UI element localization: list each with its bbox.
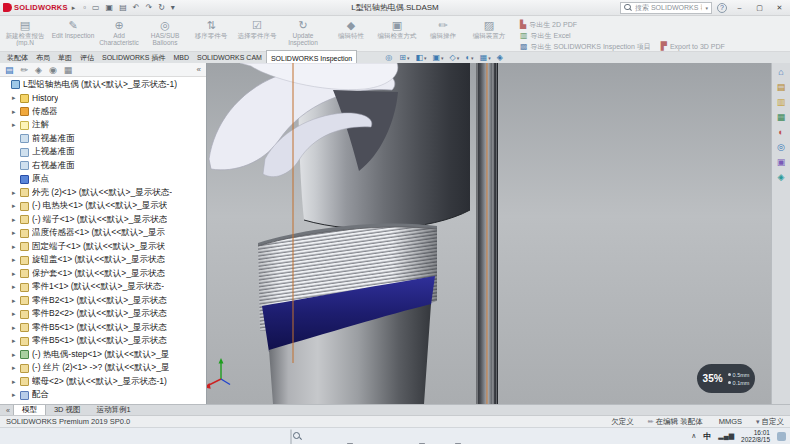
tab-sketch[interactable]: 草图 <box>54 52 76 63</box>
expand-arrow-icon[interactable]: ▸ <box>12 324 20 332</box>
feature-tree-item[interactable]: ▸ 零件1<1> (默认<<默认>_显示状态- <box>0 281 206 295</box>
tab-solidworks-inspection[interactable]: SOLIDWORKS Inspection <box>266 50 357 63</box>
network-volume-icon[interactable]: ▂▄▆ <box>718 432 734 440</box>
new-file-icon[interactable]: ▫ <box>83 3 86 12</box>
solidworks-resources-icon[interactable]: ⌂ <box>778 67 783 77</box>
expand-arrow-icon[interactable]: ▸ <box>12 216 20 224</box>
feature-tree-item[interactable]: ▸ 零件B5<1> (默认<<默认>_显示状态 <box>0 321 206 335</box>
expand-arrow-icon[interactable]: ▸ <box>12 121 20 129</box>
scenes-icon[interactable]: ◎ <box>777 142 785 152</box>
save-icon[interactable]: ▣ <box>106 3 114 12</box>
expand-arrow-icon[interactable]: ▸ <box>12 256 20 264</box>
display-style-icon[interactable]: ◇ ▾ <box>450 53 460 62</box>
close-button[interactable]: ✕ <box>772 1 787 14</box>
ime-indicator[interactable]: 中 <box>703 431 711 442</box>
tab-solidworks-cam[interactable]: SOLIDWORKS CAM <box>193 52 266 63</box>
tab-layout[interactable]: 布局 <box>32 52 54 63</box>
mail-button[interactable] <box>398 430 410 442</box>
displaymanager-tab-icon[interactable]: ▦ <box>64 65 73 75</box>
solidworks-button[interactable] <box>416 430 428 442</box>
tab-solidworks-addins[interactable]: SOLIDWORKS 插件 <box>98 52 169 63</box>
feature-tree-item[interactable]: ▸ (-) 丝片 (2)<1> ->? (默认<<默认>_显 <box>0 362 206 376</box>
file-explorer-button[interactable] <box>344 430 356 442</box>
select-balloons-button[interactable]: ☑ 选择零件序号 <box>234 17 280 50</box>
graphics-viewport[interactable]: 35% 0.5mm 0.1mm <box>207 63 771 404</box>
feature-tree-item[interactable]: ▸ 外壳 (2)<1> (默认<<默认>_显示状态- <box>0 186 206 200</box>
feature-tree-item[interactable]: 前视基准面 <box>0 132 206 146</box>
edit-inspection-button[interactable]: ✎ Edit Inspection <box>50 17 96 50</box>
feature-tree-item[interactable]: ▸ 零件B5<1> (默认<<默认>_显示状态 <box>0 335 206 349</box>
search-input[interactable]: 搜索 SOLIDWORKS 帮助 ▾ <box>620 2 712 14</box>
propertymanager-tab-icon[interactable]: ✏ <box>21 65 29 75</box>
minimize-button[interactable]: – <box>732 1 747 14</box>
redo-icon[interactable]: ↷ <box>145 3 152 12</box>
expand-arrow-icon[interactable]: ▸ <box>12 378 20 386</box>
search-button[interactable] <box>290 430 302 442</box>
edit-appearance-icon[interactable]: ▦ ▾ <box>480 53 491 62</box>
print-icon[interactable]: ▤ <box>119 3 127 12</box>
maximize-button[interactable]: ▢ <box>752 1 767 14</box>
status-custom[interactable]: ▾ 自定义 <box>756 417 784 427</box>
export-2d-pdf-button[interactable]: ▙ 导出生 2D PDF <box>520 19 651 30</box>
feature-tree-item[interactable]: 右视基准面 <box>0 159 206 173</box>
tab-motion-study[interactable]: 运动算例1 <box>89 405 139 415</box>
featuremanager-tab-icon[interactable]: ▤ <box>5 65 14 75</box>
app-pink-button[interactable] <box>506 430 518 442</box>
expand-arrow-icon[interactable]: ▸ <box>12 391 20 399</box>
expand-arrow-icon[interactable]: ▸ <box>12 243 20 251</box>
collapse-panel-icon[interactable]: « <box>197 65 201 74</box>
rebuild-icon[interactable]: ↻ <box>158 3 165 12</box>
edit-characteristics-button[interactable]: ◆ 编辑特性 <box>328 17 374 50</box>
file-explorer-icon[interactable]: ▥ <box>777 97 786 107</box>
expand-arrow-icon[interactable]: ▸ <box>12 310 20 318</box>
feature-tree-item[interactable]: ▸ 固定端子<1> (默认<<默认>_显示状 <box>0 240 206 254</box>
expand-arrow-icon[interactable]: ▸ <box>12 283 20 291</box>
feature-tree-item[interactable]: ▸ 零件B2<1> (默认<<默认>_显示状态 <box>0 294 206 308</box>
hidden-icons-chevron[interactable]: ∧ <box>691 432 696 440</box>
status-units[interactable]: MMGS <box>717 417 742 426</box>
feature-tree-item[interactable]: L型铝轴热电偶 (默认<默认>_显示状态-1) <box>0 78 206 92</box>
feature-tree-item[interactable]: ▸ (-) 热电偶-step<1> (默认<<默认>_显 <box>0 348 206 362</box>
tab-scroll-left-icon[interactable]: « <box>3 405 13 415</box>
menu-expand-icon[interactable]: ▸ <box>72 4 76 12</box>
zoom-fit-icon[interactable]: ◎ <box>385 53 393 62</box>
expand-arrow-icon[interactable]: ▸ <box>12 189 20 197</box>
tab-model[interactable]: 模型 <box>13 405 46 415</box>
section-view-icon[interactable]: ◧ ▾ <box>415 53 426 62</box>
solidworks-logo[interactable]: SOLIDWORKS <box>3 3 68 12</box>
expand-arrow-icon[interactable]: ▸ <box>12 202 20 210</box>
edit-gauges-button[interactable]: ▨ 编辑装置方 <box>466 17 512 50</box>
dimxpertmanager-tab-icon[interactable]: ◉ <box>49 65 57 75</box>
view-orientation-icon[interactable]: ▣ ▾ <box>433 53 444 62</box>
task-view-button[interactable] <box>308 430 320 442</box>
configurationmanager-tab-icon[interactable]: ◈ <box>35 65 42 75</box>
expand-arrow-icon[interactable]: ▸ <box>12 94 20 102</box>
update-inspection-project-button[interactable]: ↻ Update Inspection Project <box>280 17 326 50</box>
feature-tree-item[interactable]: ▸ 旋钮盖<1> (默认<<默认>_显示状态 <box>0 254 206 268</box>
status-underdefined[interactable]: 欠定义 <box>609 417 634 427</box>
expand-arrow-icon[interactable]: ▸ <box>12 364 20 372</box>
3d-model-canvas[interactable] <box>207 63 771 404</box>
design-library-icon[interactable]: ▤ <box>777 82 786 92</box>
expand-arrow-icon[interactable]: ▸ <box>12 270 20 278</box>
search-caret-icon[interactable]: ▾ <box>705 5 708 11</box>
hide-show-items-icon[interactable]: ◐ ▾ <box>465 53 473 62</box>
undo-icon[interactable]: ↶ <box>133 3 140 12</box>
add-characteristic-button[interactable]: ⊕ Add Characteristic <box>96 17 142 50</box>
open-file-icon[interactable]: ▭ <box>92 3 100 12</box>
feature-tree-item[interactable]: 上视基准面 <box>0 146 206 160</box>
export-excel-button[interactable]: ▥ 导出生 Excel <box>520 30 651 41</box>
status-editing-assembly[interactable]: ✏ 在编辑 装配体 <box>648 417 703 427</box>
browser-button[interactable] <box>380 430 392 442</box>
tab-3d-views[interactable]: 3D 视图 <box>46 405 89 415</box>
widgets-button[interactable] <box>326 430 338 442</box>
zoom-area-icon[interactable]: ⊞ ▾ <box>399 53 409 62</box>
feature-tree-item[interactable]: ▸ (-) 端子<1> (默认<<默认>_显示状态 <box>0 213 206 227</box>
feature-tree-item[interactable]: ▸ History <box>0 92 206 106</box>
feature-tree-item[interactable]: ▸ 传感器 <box>0 105 206 119</box>
expand-arrow-icon[interactable]: ▸ <box>12 337 20 345</box>
feature-tree-item[interactable]: ▸ 保护套<1> (默认<<默认>_显示状态 <box>0 267 206 281</box>
wechat-button[interactable] <box>452 430 464 442</box>
expand-arrow-icon[interactable]: ▸ <box>12 351 20 359</box>
edge-button[interactable] <box>362 430 374 442</box>
